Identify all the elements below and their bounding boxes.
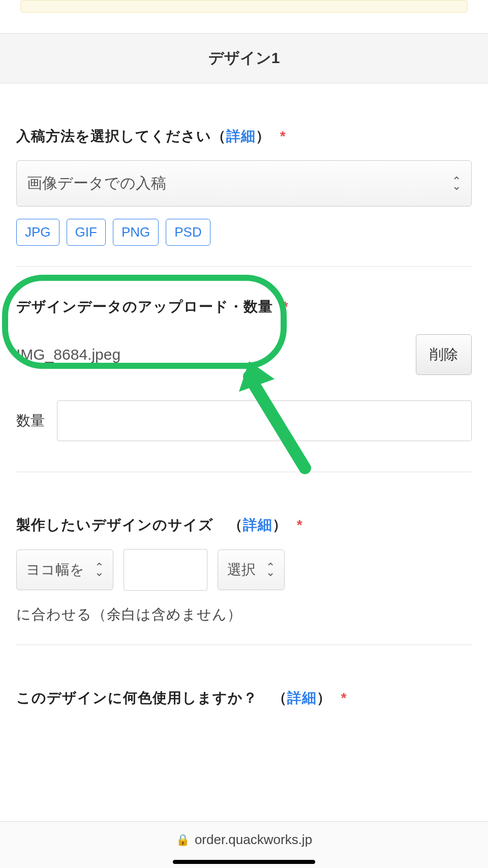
home-indicator[interactable]: [173, 860, 315, 864]
detail-link[interactable]: 詳細: [226, 128, 256, 144]
size-label: 製作したいデザインのサイズ （詳細） *: [16, 515, 472, 535]
notice-banner: [20, 0, 468, 13]
tag-jpg: JPG: [16, 219, 59, 246]
size-controls: ヨコ幅を ⌃⌄ 選択 ⌃⌄: [16, 549, 472, 591]
colors-label: このデザインに何色使用しますか？ （詳細） *: [16, 688, 472, 708]
chevron-updown-icon: ⌃⌄: [266, 565, 275, 575]
unit-value: 選択: [227, 560, 256, 580]
label-text-suffix: ）: [256, 128, 270, 144]
method-label: 入稿方法を選択してください（詳細） *: [16, 127, 472, 146]
delete-button[interactable]: 削除: [416, 334, 472, 375]
group-size: 製作したいデザインのサイズ （詳細） * ヨコ幅を ⌃⌄ 選択 ⌃⌄ に合わせる…: [16, 472, 472, 645]
label-text-suffix: ）: [272, 517, 287, 533]
group-upload: デザインデータのアップロード・数量 * IMG_8684.jpeg 削除 数量: [16, 267, 472, 472]
label-text-suffix: ）: [317, 690, 331, 706]
tag-psd: PSD: [166, 219, 210, 246]
tag-png: PNG: [113, 219, 159, 246]
dimension-select[interactable]: ヨコ幅を ⌃⌄: [16, 549, 113, 590]
group-submission-method: 入稿方法を選択してください（詳細） * 画像データでの入稿 ⌃⌄ JPG GIF…: [16, 83, 472, 267]
label-text-prefix: 製作したいデザインのサイズ （: [16, 517, 243, 533]
lock-icon: 🔒: [176, 833, 190, 847]
upload-label-text: デザインデータのアップロード・数量: [16, 299, 273, 314]
url-display[interactable]: 🔒 order.quackworks.jp: [176, 832, 312, 848]
unit-select[interactable]: 選択 ⌃⌄: [218, 549, 285, 590]
required-mark: *: [280, 128, 286, 144]
chevron-updown-icon: ⌃⌄: [95, 565, 104, 575]
method-selected-value: 画像データでの入稿: [27, 173, 166, 194]
upload-label: デザインデータのアップロード・数量 *: [16, 297, 472, 316]
required-mark: *: [283, 299, 289, 314]
quantity-label: 数量: [16, 411, 45, 430]
quantity-row: 数量: [16, 400, 472, 441]
method-select[interactable]: 画像データでの入稿 ⌃⌄: [16, 160, 472, 207]
section-title: デザイン1: [208, 49, 280, 66]
size-value-input[interactable]: [124, 549, 207, 591]
format-tags: JPG GIF PNG PSD: [16, 219, 472, 246]
url-text: order.quackworks.jp: [195, 832, 312, 848]
size-note: に合わせる（余白は含めません）: [16, 605, 472, 624]
detail-link[interactable]: 詳細: [243, 517, 272, 533]
group-colors: このデザインに何色使用しますか？ （詳細） *: [16, 645, 472, 708]
quantity-input[interactable]: [57, 400, 472, 441]
label-text-prefix: 入稿方法を選択してください（: [16, 128, 226, 144]
dimension-value: ヨコ幅を: [26, 560, 84, 580]
detail-link[interactable]: 詳細: [287, 690, 317, 706]
uploaded-file-name: IMG_8684.jpeg: [16, 346, 120, 363]
file-row: IMG_8684.jpeg 削除: [16, 334, 472, 375]
label-text-prefix: このデザインに何色使用しますか？ （: [16, 690, 287, 706]
required-mark: *: [297, 517, 303, 533]
required-mark: *: [341, 690, 347, 706]
section-header: デザイン1: [0, 33, 488, 83]
chevron-updown-icon: ⌃⌄: [452, 179, 461, 189]
tag-gif: GIF: [67, 219, 106, 246]
browser-bottom-bar: 🔒 order.quackworks.jp: [0, 821, 488, 868]
